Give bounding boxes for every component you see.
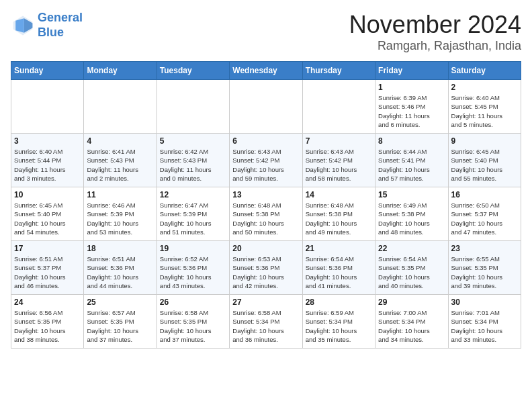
weekday-header-cell: Wednesday (230, 62, 302, 80)
day-number: 24 (14, 298, 81, 307)
weekday-header-row: SundayMondayTuesdayWednesdayThursdayFrid… (11, 62, 521, 80)
calendar-cell: 4Sunrise: 6:41 AM Sunset: 5:43 PM Daylig… (84, 134, 157, 187)
day-info: Sunrise: 6:58 AM Sunset: 5:34 PM Dayligh… (232, 308, 299, 344)
logo-icon (11, 13, 35, 38)
day-info: Sunrise: 6:53 AM Sunset: 5:36 PM Dayligh… (232, 255, 299, 290)
day-info: Sunrise: 6:50 AM Sunset: 5:37 PM Dayligh… (451, 201, 518, 236)
weekday-header-cell: Saturday (448, 62, 521, 80)
day-info: Sunrise: 6:40 AM Sunset: 5:44 PM Dayligh… (14, 147, 81, 183)
day-number: 29 (378, 298, 445, 307)
calendar-cell: 15Sunrise: 6:49 AM Sunset: 5:38 PM Dayli… (375, 187, 448, 241)
day-info: Sunrise: 6:44 AM Sunset: 5:41 PM Dayligh… (378, 147, 445, 183)
svg-marker-3 (15, 18, 24, 33)
day-number: 27 (232, 298, 299, 307)
day-info: Sunrise: 7:01 AM Sunset: 5:34 PM Dayligh… (451, 308, 518, 344)
day-number: 2 (451, 83, 518, 92)
calendar-cell: 21Sunrise: 6:54 AM Sunset: 5:36 PM Dayli… (302, 241, 375, 295)
day-number: 30 (451, 298, 518, 307)
day-info: Sunrise: 6:42 AM Sunset: 5:43 PM Dayligh… (160, 147, 226, 183)
day-number: 5 (160, 136, 226, 146)
calendar-cell: 30Sunrise: 7:01 AM Sunset: 5:34 PM Dayli… (448, 295, 521, 349)
calendar-cell (302, 80, 375, 134)
day-info: Sunrise: 6:49 AM Sunset: 5:38 PM Dayligh… (378, 201, 445, 236)
calendar-cell: 7Sunrise: 6:43 AM Sunset: 5:42 PM Daylig… (302, 134, 375, 187)
day-info: Sunrise: 6:51 AM Sunset: 5:37 PM Dayligh… (14, 255, 81, 290)
calendar-cell: 13Sunrise: 6:48 AM Sunset: 5:38 PM Dayli… (230, 187, 302, 241)
calendar-cell: 24Sunrise: 6:56 AM Sunset: 5:35 PM Dayli… (11, 295, 84, 349)
weekday-header-cell: Thursday (302, 62, 375, 80)
day-number: 7 (306, 136, 372, 146)
calendar-cell (230, 80, 302, 134)
logo-line1: General (38, 11, 83, 24)
logo-text: General Blue (38, 11, 83, 40)
calendar-cell (157, 80, 229, 134)
calendar-row: 24Sunrise: 6:56 AM Sunset: 5:35 PM Dayli… (11, 295, 521, 349)
day-info: Sunrise: 6:59 AM Sunset: 5:34 PM Dayligh… (306, 308, 372, 344)
day-info: Sunrise: 6:54 AM Sunset: 5:35 PM Dayligh… (378, 255, 445, 290)
calendar-row: 10Sunrise: 6:45 AM Sunset: 5:40 PM Dayli… (11, 187, 521, 241)
calendar-cell: 5Sunrise: 6:42 AM Sunset: 5:43 PM Daylig… (157, 134, 229, 187)
calendar-cell: 29Sunrise: 7:00 AM Sunset: 5:34 PM Dayli… (375, 295, 448, 349)
calendar-cell: 17Sunrise: 6:51 AM Sunset: 5:37 PM Dayli… (11, 241, 84, 295)
page-header: General Blue November 2024 Ramgarh, Raja… (11, 11, 521, 53)
day-info: Sunrise: 6:54 AM Sunset: 5:36 PM Dayligh… (306, 255, 372, 290)
day-info: Sunrise: 6:39 AM Sunset: 5:46 PM Dayligh… (378, 93, 445, 129)
weekday-header-cell: Friday (375, 62, 448, 80)
logo: General Blue (11, 11, 83, 40)
logo-line2: Blue (38, 26, 83, 40)
day-info: Sunrise: 6:51 AM Sunset: 5:36 PM Dayligh… (87, 255, 153, 290)
title-area: November 2024 Ramgarh, Rajasthan, India (349, 11, 521, 53)
day-number: 4 (87, 136, 153, 146)
day-number: 13 (232, 190, 299, 199)
location-title: Ramgarh, Rajasthan, India (349, 39, 521, 53)
day-info: Sunrise: 6:56 AM Sunset: 5:35 PM Dayligh… (14, 308, 81, 344)
calendar-cell (84, 80, 157, 134)
calendar-cell: 25Sunrise: 6:57 AM Sunset: 5:35 PM Dayli… (84, 295, 157, 349)
day-number: 22 (378, 244, 445, 253)
calendar-cell: 27Sunrise: 6:58 AM Sunset: 5:34 PM Dayli… (230, 295, 302, 349)
day-info: Sunrise: 6:48 AM Sunset: 5:38 PM Dayligh… (306, 201, 372, 236)
day-number: 3 (14, 136, 81, 146)
calendar-cell: 23Sunrise: 6:55 AM Sunset: 5:35 PM Dayli… (448, 241, 521, 295)
calendar-table: SundayMondayTuesdayWednesdayThursdayFrid… (11, 61, 521, 349)
calendar-cell: 10Sunrise: 6:45 AM Sunset: 5:40 PM Dayli… (11, 187, 84, 241)
calendar-cell: 3Sunrise: 6:40 AM Sunset: 5:44 PM Daylig… (11, 134, 84, 187)
calendar-cell: 12Sunrise: 6:47 AM Sunset: 5:39 PM Dayli… (157, 187, 229, 241)
day-info: Sunrise: 6:45 AM Sunset: 5:40 PM Dayligh… (451, 147, 518, 183)
day-number: 19 (160, 244, 226, 253)
day-info: Sunrise: 6:55 AM Sunset: 5:35 PM Dayligh… (451, 255, 518, 290)
day-info: Sunrise: 6:40 AM Sunset: 5:45 PM Dayligh… (451, 93, 518, 129)
weekday-header-cell: Monday (84, 62, 157, 80)
calendar-row: 17Sunrise: 6:51 AM Sunset: 5:37 PM Dayli… (11, 241, 521, 295)
day-info: Sunrise: 6:41 AM Sunset: 5:43 PM Dayligh… (87, 147, 153, 183)
day-info: Sunrise: 7:00 AM Sunset: 5:34 PM Dayligh… (378, 308, 445, 344)
day-info: Sunrise: 6:43 AM Sunset: 5:42 PM Dayligh… (306, 147, 372, 183)
day-number: 10 (14, 190, 81, 199)
calendar-cell: 28Sunrise: 6:59 AM Sunset: 5:34 PM Dayli… (302, 295, 375, 349)
day-number: 9 (451, 136, 518, 146)
weekday-header-cell: Sunday (11, 62, 84, 80)
day-number: 12 (160, 190, 226, 199)
calendar-body: 1Sunrise: 6:39 AM Sunset: 5:46 PM Daylig… (11, 80, 521, 349)
day-number: 17 (14, 244, 81, 253)
day-number: 8 (378, 136, 445, 146)
calendar-cell: 26Sunrise: 6:58 AM Sunset: 5:35 PM Dayli… (157, 295, 229, 349)
calendar-cell: 2Sunrise: 6:40 AM Sunset: 5:45 PM Daylig… (448, 80, 521, 134)
month-title: November 2024 (349, 11, 521, 39)
calendar-cell: 9Sunrise: 6:45 AM Sunset: 5:40 PM Daylig… (448, 134, 521, 187)
day-number: 6 (232, 136, 299, 146)
day-number: 14 (306, 190, 372, 199)
day-info: Sunrise: 6:48 AM Sunset: 5:38 PM Dayligh… (232, 201, 299, 236)
day-number: 26 (160, 298, 226, 307)
calendar-row: 3Sunrise: 6:40 AM Sunset: 5:44 PM Daylig… (11, 134, 521, 187)
calendar-cell: 6Sunrise: 6:43 AM Sunset: 5:42 PM Daylig… (230, 134, 302, 187)
day-number: 18 (87, 244, 153, 253)
day-info: Sunrise: 6:43 AM Sunset: 5:42 PM Dayligh… (232, 147, 299, 183)
day-info: Sunrise: 6:58 AM Sunset: 5:35 PM Dayligh… (160, 308, 226, 344)
calendar-cell: 22Sunrise: 6:54 AM Sunset: 5:35 PM Dayli… (375, 241, 448, 295)
day-number: 1 (378, 83, 445, 92)
calendar-row: 1Sunrise: 6:39 AM Sunset: 5:46 PM Daylig… (11, 80, 521, 134)
calendar-cell: 19Sunrise: 6:52 AM Sunset: 5:36 PM Dayli… (157, 241, 229, 295)
day-number: 16 (451, 190, 518, 199)
day-info: Sunrise: 6:46 AM Sunset: 5:39 PM Dayligh… (87, 201, 153, 236)
